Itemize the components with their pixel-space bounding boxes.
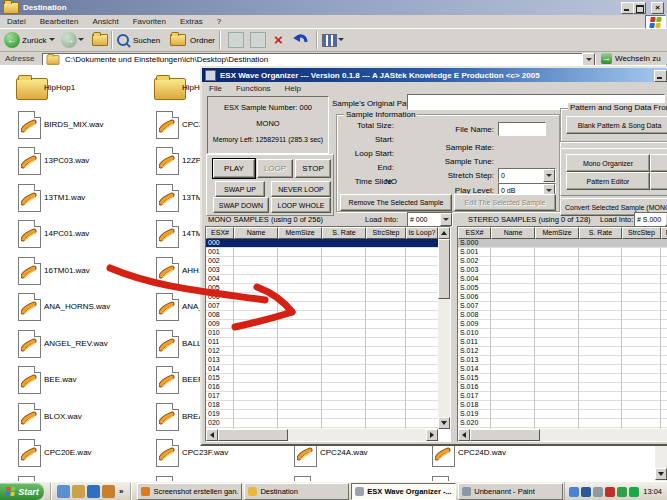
pattern-editor-button[interactable]: Pattern Editor [566,172,650,190]
tray-icon-3[interactable] [593,487,603,497]
column-header[interactable]: ESX# [458,227,491,239]
column-header[interactable]: Is Loop? [406,227,438,239]
sample-row[interactable]: 016 [206,383,438,392]
scroll-up-button[interactable] [438,227,450,239]
file-tile[interactable]: CPC20E.wav [16,439,146,469]
quick-launch-icon-2[interactable] [72,485,85,498]
undo-icon[interactable] [292,33,308,47]
file-tile[interactable]: ANA_HORNS.wav [16,293,146,323]
sample-row[interactable]: 005 [206,284,438,293]
search-button[interactable]: Suchen [117,34,160,46]
file-tile[interactable]: BEE.wav [16,366,146,396]
up-button[interactable]: ↑ [92,34,107,46]
remove-sample-button[interactable]: Remove The Selected Sample [340,194,452,211]
tray-icon-1[interactable] [569,487,579,497]
sample-row[interactable]: 008 [206,311,438,320]
back-dropdown-icon[interactable] [49,38,55,44]
scroll-down-button[interactable] [438,417,450,429]
esx-minimize-button[interactable] [654,70,667,82]
taskbar-task-folder[interactable]: Destination [244,483,349,500]
sample-row[interactable]: 018 [206,401,438,410]
stop-button[interactable]: STOP [295,159,331,178]
edit-sample-button[interactable]: Edit The Selected Sample [454,194,556,211]
forward-dropdown-icon[interactable] [78,38,84,44]
quick-launch-chevron[interactable]: » [119,487,123,496]
sample-row[interactable]: 017 [206,392,438,401]
back-button[interactable]: ← Zurück [4,32,57,48]
clock[interactable]: 13:04 [643,487,662,496]
menu-favoriten[interactable]: Favoriten [126,17,173,26]
sample-row[interactable]: 001 [206,248,438,257]
sample-row[interactable]: 011 [206,338,438,347]
file-tile[interactable]: 13TM1.wav [16,184,146,214]
swap-up-button[interactable]: SWAP UP [215,181,265,197]
dropdown-icon[interactable] [543,169,555,182]
sample-row[interactable]: 010 [206,329,438,338]
scroll-down-button[interactable] [655,468,667,480]
esx-menu-file[interactable]: File [202,84,229,93]
loop-whole-button[interactable]: LOOP WHOLE [271,197,331,213]
file-tile[interactable]: BLOX.wav [16,403,146,433]
sample-row[interactable]: 003 [206,266,438,275]
file-tile[interactable]: 16TM01.wav [16,257,146,287]
loop-button[interactable]: LOOP [257,159,293,178]
sample-row[interactable]: 012 [206,347,438,356]
column-header[interactable]: S. Rate [322,227,366,239]
column-header[interactable]: MemSize [535,227,579,239]
esx-menu-functions[interactable]: Functions [229,84,278,93]
file-tile[interactable]: ANGEL_REV.wav [16,330,146,360]
column-header[interactable]: S. Rate [579,227,622,239]
column-header[interactable]: Name [234,227,278,239]
file-tile[interactable]: BIRDS_MIX.wav [16,111,146,141]
menu-ansicht[interactable]: Ansicht [85,17,125,26]
close-button[interactable]: × [651,2,664,14]
mono-load-into-select[interactable]: # 000 [407,212,453,227]
column-header[interactable]: PlayLevel [661,227,667,239]
mono-table-vscrollbar[interactable] [438,227,450,429]
menu-bearbeiten[interactable]: Bearbeiten [33,17,86,26]
column-header[interactable]: MemSize [278,227,322,239]
sample-row[interactable]: 013 [206,356,438,365]
stereo-table-hscrollbar[interactable] [458,429,667,441]
column-header[interactable]: StrcStep [622,227,661,239]
sample-row[interactable]: 000 [206,239,438,248]
quick-launch-icon-3[interactable] [87,485,100,498]
go-button[interactable]: → Wechseln zu [601,53,661,64]
tray-icon-4[interactable] [605,487,615,497]
sample-row[interactable]: 015 [206,374,438,383]
column-header[interactable]: StrcStep [366,227,406,239]
tray-icon-6[interactable] [629,487,639,497]
file-name-input[interactable] [498,122,546,136]
sample-row[interactable]: 004 [206,275,438,284]
mono-table-hscrollbar[interactable] [206,429,438,441]
stereo-organizer-button[interactable]: Stereo Organiz [650,154,667,172]
sample-row[interactable]: 014 [206,365,438,374]
start-button[interactable]: Start [0,483,44,500]
sample-row[interactable]: 007 [206,302,438,311]
sample-row[interactable]: 020 [206,419,438,428]
taskbar-task-firefox[interactable]: Screenshot erstellen gan... [137,483,242,500]
song-editor-button[interactable]: Song Editor [650,172,667,190]
forward-button[interactable]: → [61,32,86,48]
file-tile[interactable]: 14PC01.wav [16,220,146,250]
sample-row[interactable]: 009 [206,320,438,329]
menu-datei[interactable]: Datei [0,17,33,26]
maximize-button[interactable] [633,2,646,14]
menu-help[interactable]: ? [210,17,228,26]
scroll-left-button[interactable] [206,429,218,441]
tray-icon-5[interactable] [617,487,627,497]
blank-pattern-button[interactable]: Blank Pattern & Song Data [566,116,667,134]
views-dropdown-icon[interactable] [338,38,344,44]
move-to-icon[interactable] [228,32,244,48]
taskbar-task-paint[interactable]: Unbenannt - Paint [458,483,563,500]
menu-extras[interactable]: Extras [173,17,210,26]
sample-row[interactable]: S.000 [458,239,667,248]
dropdown-icon[interactable] [440,213,452,226]
scroll-right-button[interactable] [426,429,438,441]
sample-row[interactable]: 019 [206,410,438,419]
delete-icon[interactable]: × [274,34,283,46]
copy-to-icon[interactable] [250,32,266,48]
stereo-load-into-select[interactable]: # S.000 [634,212,667,227]
address-value[interactable]: C:\Dokumente und Einstellungen\ich\Deskt… [65,55,582,64]
column-header[interactable]: ESX# [206,227,234,239]
